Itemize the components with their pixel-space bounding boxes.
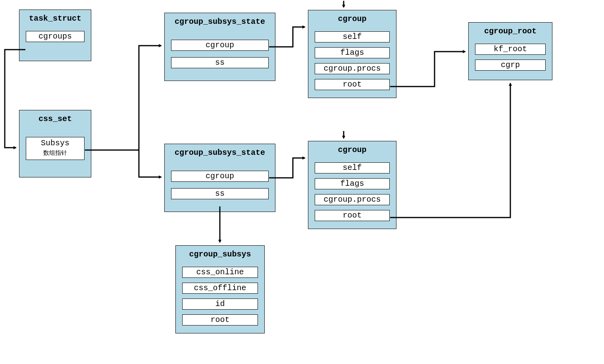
cgroup-top-field-self: self [315, 31, 390, 42]
cgroup-root-title: cgroup_root [469, 23, 552, 41]
cgroup-subsys-field-offline: css_offline [182, 283, 258, 294]
cgroup-root-field-kfroot: kf_root [475, 44, 546, 55]
cgroup-bottom-box: cgroup self flags cgroup.procs root [308, 141, 396, 229]
css-set-subsys-sub: 数组指针 [26, 148, 84, 158]
cgroup-subsys-title: cgroup_subsys [176, 246, 264, 264]
cgroup-top-title: cgroup [308, 10, 396, 29]
cgroup-subsys-box: cgroup_subsys css_online css_offline id … [175, 245, 265, 333]
css-set-field-subsys: Subsys 数组指针 [26, 137, 85, 160]
css-state-bottom-field-cgroup: cgroup [171, 171, 269, 182]
css-set-title: css_set [19, 110, 91, 129]
task-struct-field-cgroups: cgroups [26, 31, 85, 42]
cgroup-bottom-field-self: self [315, 162, 390, 173]
cgroup-root-field-cgrp: cgrp [475, 60, 546, 71]
task-struct-title: task_struct [19, 10, 91, 29]
cgroup-bottom-title: cgroup [308, 141, 396, 160]
cgroup-top-field-root: root [315, 79, 390, 90]
cgroup-top-field-procs: cgroup.procs [315, 63, 390, 74]
arrow-cssset-to-cssstate-top [139, 46, 161, 150]
css-state-bottom-box: cgroup_subsys_state cgroup ss [164, 144, 275, 212]
cgroup-subsys-field-root: root [182, 314, 258, 325]
css-state-bottom-field-ss: ss [171, 188, 269, 199]
css-state-top-box: cgroup_subsys_state cgroup ss [164, 13, 275, 81]
cgroup-bottom-field-flags: flags [315, 178, 390, 189]
arrow-cssset-to-cssstate-bottom [139, 150, 161, 177]
diagram-canvas: task_struct cgroups css_set Subsys 数组指针 … [0, 0, 604, 364]
cgroup-subsys-field-id: id [182, 299, 258, 310]
task-struct-box: task_struct cgroups [19, 10, 91, 61]
arrow-cgroup-bottom-root-to-cgroup-root [390, 83, 510, 218]
css-state-top-title: cgroup_subsys_state [165, 13, 275, 32]
cgroup-bottom-field-root: root [315, 210, 390, 221]
cgroup-subsys-field-online: css_online [182, 267, 258, 278]
css-state-top-field-ss: ss [171, 57, 269, 68]
cgroup-bottom-field-procs: cgroup.procs [315, 194, 390, 205]
arrow-cgroup-top-root-to-cgroup-root [390, 52, 465, 87]
css-set-box: css_set Subsys 数组指针 [19, 110, 91, 177]
css-state-top-field-cgroup: cgroup [171, 40, 269, 51]
css-state-bottom-title: cgroup_subsys_state [165, 144, 275, 163]
cgroup-top-box: cgroup self flags cgroup.procs root [308, 10, 396, 98]
css-set-subsys-label: Subsys [26, 139, 84, 148]
cgroup-top-field-flags: flags [315, 47, 390, 58]
cgroup-root-box: cgroup_root kf_root cgrp [468, 22, 552, 80]
